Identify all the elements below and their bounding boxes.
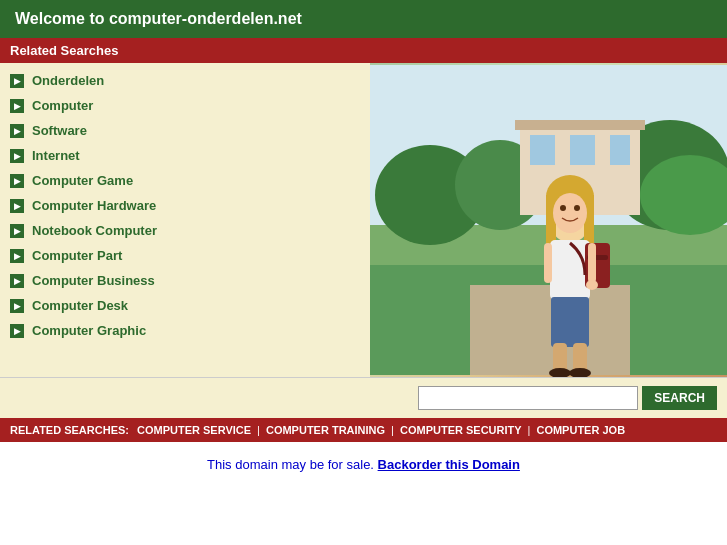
- svg-rect-23: [588, 243, 596, 283]
- arrow-icon: ▶: [10, 224, 24, 238]
- arrow-icon: ▶: [10, 324, 24, 338]
- link-text: Computer Graphic: [32, 323, 146, 338]
- bottom-related-link[interactable]: COMPUTER SECURITY: [400, 424, 522, 436]
- link-item[interactable]: ▶Computer Part: [0, 243, 370, 268]
- svg-point-17: [553, 193, 587, 233]
- link-item[interactable]: ▶Notebook Computer: [0, 218, 370, 243]
- bottom-related-link[interactable]: COMPUTER TRAINING: [266, 424, 385, 436]
- arrow-icon: ▶: [10, 124, 24, 138]
- svg-rect-7: [530, 135, 555, 165]
- link-item[interactable]: ▶Computer Graphic: [0, 318, 370, 343]
- photo-area: [370, 63, 727, 377]
- svg-rect-9: [610, 135, 630, 165]
- arrow-icon: ▶: [10, 249, 24, 263]
- arrow-icon: ▶: [10, 299, 24, 313]
- right-panel: [370, 63, 727, 377]
- woman-image: [370, 63, 727, 377]
- link-text: Notebook Computer: [32, 223, 157, 238]
- link-item[interactable]: ▶Internet: [0, 143, 370, 168]
- header-title: Welcome to computer-onderdelen.net: [15, 10, 302, 27]
- search-button[interactable]: SEARCH: [642, 386, 717, 410]
- link-text: Computer Game: [32, 173, 133, 188]
- link-item[interactable]: ▶Computer Game: [0, 168, 370, 193]
- separator: |: [528, 424, 531, 436]
- page-header: Welcome to computer-onderdelen.net: [0, 0, 727, 38]
- svg-rect-26: [551, 297, 589, 347]
- svg-point-19: [574, 205, 580, 211]
- bottom-related-bar: RELATED SEARCHES: COMPUTER SERVICE|COMPU…: [0, 418, 727, 442]
- search-area: SEARCH: [0, 377, 727, 418]
- separator: |: [257, 424, 260, 436]
- related-searches-bar: Related Searches: [0, 38, 727, 63]
- footer-backorder-link[interactable]: Backorder this Domain: [378, 457, 520, 472]
- footer-static-text: This domain may be for sale.: [207, 457, 374, 472]
- search-input[interactable]: [418, 386, 638, 410]
- svg-rect-8: [570, 135, 595, 165]
- link-item[interactable]: ▶Onderdelen: [0, 68, 370, 93]
- link-item[interactable]: ▶Computer Hardware: [0, 193, 370, 218]
- svg-point-24: [586, 280, 598, 290]
- left-panel: ▶Onderdelen▶Computer▶Software▶Internet▶C…: [0, 63, 370, 377]
- link-text: Onderdelen: [32, 73, 104, 88]
- footer: This domain may be for sale. Backorder t…: [0, 442, 727, 487]
- link-text: Computer Desk: [32, 298, 128, 313]
- link-item[interactable]: ▶Computer: [0, 93, 370, 118]
- link-item[interactable]: ▶Computer Desk: [0, 293, 370, 318]
- link-item[interactable]: ▶Computer Business: [0, 268, 370, 293]
- svg-rect-12: [470, 285, 630, 375]
- arrow-icon: ▶: [10, 99, 24, 113]
- link-text: Computer Business: [32, 273, 155, 288]
- link-text: Computer: [32, 98, 93, 113]
- content-area: ▶Onderdelen▶Computer▶Software▶Internet▶C…: [0, 63, 727, 377]
- related-searches-label: Related Searches: [10, 43, 118, 58]
- link-item[interactable]: ▶Software: [0, 118, 370, 143]
- link-text: Computer Part: [32, 248, 122, 263]
- arrow-icon: ▶: [10, 274, 24, 288]
- arrow-icon: ▶: [10, 74, 24, 88]
- arrow-icon: ▶: [10, 199, 24, 213]
- svg-rect-25: [544, 243, 552, 283]
- link-text: Internet: [32, 148, 80, 163]
- arrow-icon: ▶: [10, 149, 24, 163]
- svg-point-18: [560, 205, 566, 211]
- separator: |: [391, 424, 394, 436]
- svg-rect-10: [515, 120, 645, 130]
- main-container: Related Searches ▶Onderdelen▶Computer▶So…: [0, 38, 727, 442]
- bottom-related-link[interactable]: COMPUTER SERVICE: [137, 424, 251, 436]
- bottom-related-link[interactable]: COMPUTER JOB: [536, 424, 625, 436]
- link-text: Software: [32, 123, 87, 138]
- bottom-related-label: RELATED SEARCHES:: [10, 424, 129, 436]
- link-text: Computer Hardware: [32, 198, 156, 213]
- arrow-icon: ▶: [10, 174, 24, 188]
